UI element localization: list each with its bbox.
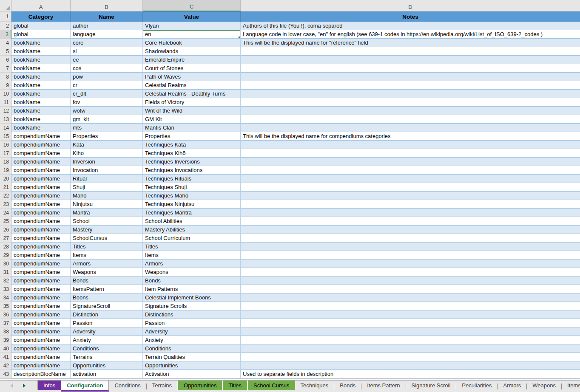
cell-notes[interactable] <box>241 234 580 243</box>
row-number-22[interactable]: 22 <box>0 192 11 200</box>
cell-value[interactable]: Fields of Victory <box>143 98 241 107</box>
cell-value[interactable]: Core Rulebook <box>143 39 241 47</box>
cell-name[interactable]: cos <box>71 64 143 73</box>
cell-name[interactable]: Armors <box>71 259 143 268</box>
cell-category[interactable]: compendiumName <box>11 141 71 149</box>
cell-name[interactable]: Distinction <box>71 310 143 319</box>
cell-notes[interactable] <box>241 344 580 353</box>
row-number-12[interactable]: 12 <box>0 107 11 115</box>
cell-category[interactable]: bookName <box>11 64 71 73</box>
cell-category[interactable]: compendiumName <box>11 149 71 158</box>
cell-name[interactable]: ItemsPattern <box>71 285 143 293</box>
cell-category[interactable]: compendiumName <box>11 336 71 344</box>
cell-category[interactable]: bookName <box>11 115 71 124</box>
cell-notes[interactable] <box>241 81 580 90</box>
cell-notes[interactable] <box>241 217 580 226</box>
column-header-A[interactable]: A <box>11 0 71 11</box>
cell-value[interactable]: Items <box>143 251 241 259</box>
row-number-3[interactable]: 3 <box>0 30 11 39</box>
cell-notes[interactable] <box>241 302 580 310</box>
row-number-43[interactable]: 43 <box>0 370 11 378</box>
cell-value[interactable]: Techniques Shuji <box>143 183 241 192</box>
cell-value[interactable]: Shadowlands <box>143 47 241 56</box>
cell-name[interactable]: Conditions <box>71 344 143 353</box>
cell-category[interactable]: compendiumName <box>11 276 71 285</box>
cell-category[interactable]: bookName <box>11 39 71 47</box>
column-header-D[interactable]: D <box>241 0 580 11</box>
cell-category[interactable]: compendiumName <box>11 234 71 243</box>
cell-name[interactable]: Maho <box>71 192 143 200</box>
cell-value[interactable]: Vlyan <box>143 22 241 30</box>
cell-value[interactable]: Techniques Mahõ <box>143 192 241 200</box>
row-number-6[interactable]: 6 <box>0 56 11 64</box>
row-number-33[interactable]: 33 <box>0 285 11 293</box>
header-category[interactable]: Category <box>11 11 71 22</box>
cell-name[interactable]: Opportunities <box>71 361 143 370</box>
cell-value[interactable]: Bonds <box>143 276 241 285</box>
row-number-36[interactable]: 36 <box>0 310 11 319</box>
cell-name[interactable]: Weapons <box>71 268 143 276</box>
cell-category[interactable]: compendiumName <box>11 226 71 234</box>
cell-value[interactable]: Mantis Clan <box>143 124 241 132</box>
cell-value[interactable]: Terrain Qualities <box>143 353 241 361</box>
row-number-39[interactable]: 39 <box>0 336 11 344</box>
cell-value[interactable]: Techniques Mantra <box>143 209 241 217</box>
cell-name[interactable]: sl <box>71 47 143 56</box>
cell-notes[interactable] <box>241 73 580 81</box>
cell-notes[interactable] <box>241 141 580 149</box>
cell-notes[interactable] <box>241 200 580 209</box>
cell-value[interactable]: Celestial Realms <box>143 81 241 90</box>
cell-category[interactable]: bookName <box>11 90 71 98</box>
cell-category[interactable]: compendiumName <box>11 293 71 302</box>
cell-value[interactable]: GM Kit <box>143 115 241 124</box>
cell-name[interactable]: Properties <box>71 132 143 141</box>
sheet-tab-bonds[interactable]: Bonds <box>334 381 361 390</box>
cell-notes[interactable] <box>241 56 580 64</box>
cell-category[interactable]: bookName <box>11 47 71 56</box>
cell-category[interactable]: compendiumName <box>11 175 71 183</box>
cell-category[interactable]: compendiumName <box>11 302 71 310</box>
cell-name[interactable]: cr <box>71 81 143 90</box>
cell-value[interactable]: Path of Waves <box>143 73 241 81</box>
cell-name[interactable]: wotw <box>71 107 143 115</box>
cell-category[interactable]: bookName <box>11 124 71 132</box>
sheet-tab-techniques[interactable]: Techniques <box>295 381 334 390</box>
cell-category[interactable]: compendiumName <box>11 353 71 361</box>
cell-notes[interactable] <box>241 209 580 217</box>
cell-notes[interactable] <box>241 361 580 370</box>
cell-notes[interactable] <box>241 98 580 107</box>
cell-name[interactable]: Terrains <box>71 353 143 361</box>
cell-name[interactable]: Ninjutsu <box>71 200 143 209</box>
cell-category[interactable]: compendiumName <box>11 251 71 259</box>
sheet-tab-signature-scroll[interactable]: Signature Scroll <box>406 381 456 390</box>
cell-category[interactable]: compendiumName <box>11 158 71 166</box>
cell-value[interactable]: Techniques Kata <box>143 141 241 149</box>
row-number-34[interactable]: 34 <box>0 293 11 302</box>
sheet-tab-weapons[interactable]: Weapons <box>527 381 561 390</box>
cell-value[interactable]: Weapons <box>143 268 241 276</box>
cell-notes[interactable]: Used to separate fields in description <box>241 370 580 378</box>
cell-name[interactable]: cr_dlt <box>71 90 143 98</box>
cell-category[interactable]: compendiumName <box>11 200 71 209</box>
row-number-28[interactable]: 28 <box>0 243 11 251</box>
row-number-31[interactable]: 31 <box>0 268 11 276</box>
row-number-8[interactable]: 8 <box>0 73 11 81</box>
row-number-15[interactable]: 15 <box>0 132 11 141</box>
row-number-18[interactable]: 18 <box>0 158 11 166</box>
cell-category[interactable]: compendiumName <box>11 243 71 251</box>
next-sheet-arrow-icon[interactable] <box>23 384 26 388</box>
cell-notes[interactable] <box>241 175 580 183</box>
cell-category[interactable]: compendiumName <box>11 285 71 293</box>
cell-category[interactable]: compendiumName <box>11 344 71 353</box>
sheet-tab-configuration[interactable]: Configuration <box>61 381 109 392</box>
sheet-tab-items-pattern[interactable]: Items Pattern <box>361 381 405 390</box>
cell-category[interactable]: compendiumName <box>11 310 71 319</box>
row-number-2[interactable]: 2 <box>0 22 11 30</box>
cell-value[interactable]: School Abilities <box>143 217 241 226</box>
cell-notes[interactable]: This will be the displayed name for "ref… <box>241 39 580 47</box>
cell-value[interactable]: Celestial Implement Boons <box>143 293 241 302</box>
cell-notes[interactable] <box>241 47 580 56</box>
row-number-11[interactable]: 11 <box>0 98 11 107</box>
cell-value[interactable]: Opportunities <box>143 361 241 370</box>
header-notes[interactable]: Notes <box>241 11 580 22</box>
